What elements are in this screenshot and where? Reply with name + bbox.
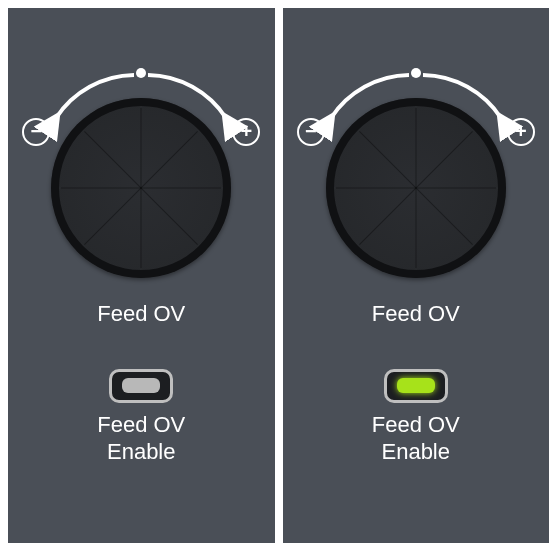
knob-label: Feed OV [97, 300, 185, 329]
toggle-wrap: Feed OV Enable [372, 369, 460, 466]
knob-area: − + [301, 48, 531, 288]
toggle-label: Feed OV Enable [97, 411, 185, 466]
knob-marks [61, 108, 221, 268]
feed-override-enable-toggle[interactable] [109, 369, 173, 403]
toggle-light-on [397, 378, 435, 393]
toggle-label: Feed OV Enable [372, 411, 460, 466]
toggle-light-off [122, 378, 160, 393]
knob-area: − + [26, 48, 256, 288]
feed-override-knob[interactable] [51, 98, 231, 278]
knob-label: Feed OV [372, 300, 460, 329]
feed-override-knob[interactable] [326, 98, 506, 278]
feed-override-enable-toggle[interactable] [384, 369, 448, 403]
toggle-wrap: Feed OV Enable [97, 369, 185, 466]
minus-icon: − [297, 118, 325, 146]
plus-icon: + [232, 118, 260, 146]
svg-point-0 [136, 68, 146, 78]
override-panel-right: − + Feed OV Feed OV Enable [283, 8, 550, 543]
svg-point-1 [411, 68, 421, 78]
knob-marks [336, 108, 496, 268]
plus-icon: + [507, 118, 535, 146]
override-panel-left: − + Feed OV Feed OV Enable [8, 8, 275, 543]
minus-icon: − [22, 118, 50, 146]
